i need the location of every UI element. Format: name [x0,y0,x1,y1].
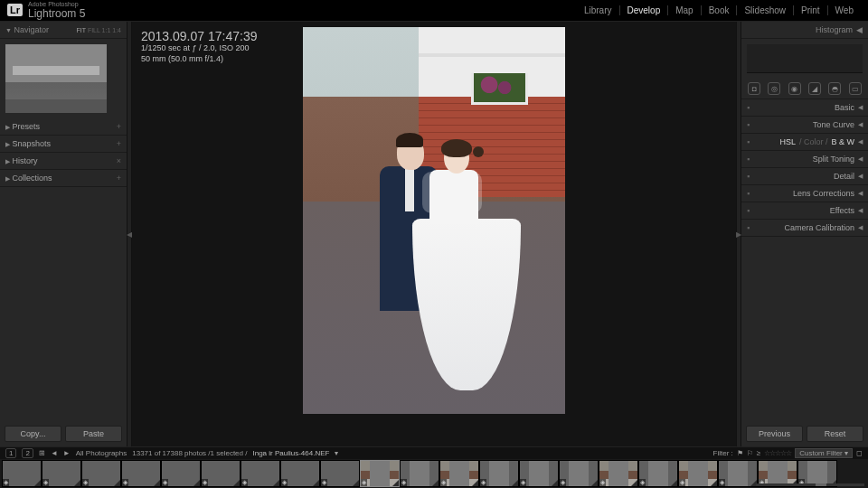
filmstrip-thumb[interactable]: ◈ [42,461,80,486]
filmstrip-thumb[interactable]: ◈ [321,461,359,486]
workspace: ▼ Navigator FIT FILL 1:1 1:4 ▶ Presets+▶… [0,22,868,446]
filmstrip-thumb[interactable]: ◈ [599,461,637,486]
filter-label: Filter : [713,449,733,457]
filmstrip-thumb[interactable]: ◈ [202,461,240,486]
display-2-button[interactable]: 2 [22,448,33,458]
paste-button[interactable]: Paste [65,426,122,442]
filmstrip-thumb[interactable]: ◈ [679,461,717,486]
module-library[interactable]: Library [577,5,620,15]
radial-tool-icon[interactable]: ◓ [828,82,841,95]
star-filter[interactable]: ☆☆☆☆☆ [764,449,791,457]
left-panel-snapshots[interactable]: ▶ Snapshots+ [0,136,127,153]
center-canvas: 2013.09.07 17:47:39 1/1250 sec at ƒ / 2.… [132,22,736,446]
left-panel-presets[interactable]: ▶ Presets+ [0,118,127,136]
module-web[interactable]: Web [828,5,861,15]
filmstrip-thumb[interactable]: ◈ [719,461,757,486]
navigator-zoom-levels[interactable]: FIT FILL 1:1 1:4 [77,27,121,33]
filmstrip-thumb[interactable]: ◈ [520,461,558,486]
left-button-row: Copy... Paste [0,421,127,446]
filmstrip-thumb[interactable]: ◈ [440,461,478,486]
right-panel-lens-corrections[interactable]: ▪Lens Corrections◀ [741,185,868,202]
flag-rejected-icon[interactable]: ⚐ [747,449,753,457]
module-slideshow[interactable]: Slideshow [737,5,794,15]
filmstrip-scrollbar[interactable] [756,483,864,486]
title-bar: Lr Adobe Photoshop Lightroom 5 LibraryDe… [0,0,868,22]
right-panel-split-toning[interactable]: ▪Split Toning◀ [741,151,868,168]
module-picker: LibraryDevelopMapBookSlideshowPrintWeb [577,5,861,15]
right-panel-hsl[interactable]: ▪HSL / Color / B & W◀ [741,134,868,151]
filmstrip-thumb[interactable]: ◈ [361,461,399,486]
source-label[interactable]: All Photographs [76,449,127,457]
filmstrip-thumb[interactable]: ◈ [401,461,439,486]
filter-lock-icon[interactable]: ◻ [856,449,863,457]
filmstrip-thumb[interactable]: ◈ [639,461,677,486]
module-book[interactable]: Book [702,5,738,15]
filmstrip-thumb[interactable]: ◈ [759,461,797,486]
grid-icon[interactable]: ⊞ [39,449,45,457]
copy-button[interactable]: Copy... [5,426,61,442]
right-button-row: Previous Reset [741,421,868,446]
left-panel-history[interactable]: ▶ History× [0,153,127,170]
display-1-button[interactable]: 1 [5,448,16,458]
tool-strip: ◘◎◉◢◓▭ [741,79,868,99]
right-panel-basic[interactable]: ▪Basic◀ [741,99,868,117]
redeye-tool-icon[interactable]: ◉ [788,82,801,95]
app-title: Adobe Photoshop Lightroom 5 [28,2,85,18]
filmstrip-thumb[interactable]: ◈ [162,461,200,486]
filmstrip-thumb[interactable]: ◈ [281,461,319,486]
left-panel-collections[interactable]: ▶ Collections+ [0,170,127,187]
flag-picked-icon[interactable]: ⚑ [737,449,743,457]
crop-tool-icon[interactable]: ◘ [748,82,760,95]
filmstrip-thumb[interactable]: ◈ [798,461,836,486]
photo-preview[interactable] [303,27,565,414]
subject-bride [408,143,528,406]
filmstrip-thumb[interactable]: ◈ [480,461,518,486]
exposure-info: 1/1250 sec at ƒ / 2.0, ISO 200 [141,43,257,54]
secondary-bar: 1 2 ⊞ ◄ ► All Photographs 13371 of 17388… [0,446,868,459]
filmstrip-thumb[interactable]: ◈ [560,461,598,486]
navigator-thumb[interactable] [5,44,107,113]
right-panel-detail[interactable]: ▪Detail◀ [741,168,868,185]
histogram-body[interactable] [747,44,863,73]
fwd-icon[interactable]: ► [63,449,71,457]
filmstrip-thumb[interactable]: ◈ [3,461,41,486]
reset-button[interactable]: Reset [807,426,863,442]
previous-button[interactable]: Previous [746,426,803,442]
filmstrip-thumb[interactable]: ◈ [82,461,120,486]
spot-tool-icon[interactable]: ◎ [768,82,780,95]
disclosure-icon: ▼ [5,27,12,33]
disclosure-icon: ◀ [856,25,863,34]
module-map[interactable]: Map [668,5,701,15]
filmstrip-thumb[interactable]: ◈ [122,461,160,486]
right-panel-tone-curve[interactable]: ▪Tone Curve◀ [741,117,868,134]
module-print[interactable]: Print [794,5,828,15]
brush-tool-icon[interactable]: ▭ [849,82,862,95]
histogram-header[interactable]: Histogram◀ [741,22,868,39]
module-develop[interactable]: Develop [620,5,669,15]
right-panel: Histogram◀ ◘◎◉◢◓▭ ▪Basic◀▪Tone Curve◀▪HS… [741,22,868,446]
filename[interactable]: Inga ir Paulius-464.NEF [252,449,329,457]
back-icon[interactable]: ◄ [51,449,58,457]
right-panel-camera-calibration[interactable]: ▪Camera Calibration◀ [741,220,868,237]
brand: Lr Adobe Photoshop Lightroom 5 [7,2,85,18]
info-overlay: 2013.09.07 17:47:39 1/1250 sec at ƒ / 2.… [141,29,257,64]
left-panel: ▼ Navigator FIT FILL 1:1 1:4 ▶ Presets+▶… [0,22,127,446]
filter-preset-select[interactable]: Custom Filter ▾ [795,448,853,458]
right-panel-effects[interactable]: ▪Effects◀ [741,202,868,220]
rating-pref-icon[interactable]: ≥ [757,449,760,457]
navigator-header[interactable]: ▼ Navigator FIT FILL 1:1 1:4 [0,22,127,39]
capture-datetime: 2013.09.07 17:47:39 [141,29,257,43]
filmstrip[interactable]: ◈◈◈◈◈◈◈◈◈◈◈◈◈◈◈◈◈◈◈◈◈ [0,459,868,488]
app-icon: Lr [7,4,23,16]
lens-info: 50 mm (50.0 mm f/1.4) [141,54,257,65]
filmstrip-thumb[interactable]: ◈ [241,461,279,486]
photo-count: 13371 of 17388 photos /1 selected / [132,449,247,457]
grad-tool-icon[interactable]: ◢ [808,82,821,95]
